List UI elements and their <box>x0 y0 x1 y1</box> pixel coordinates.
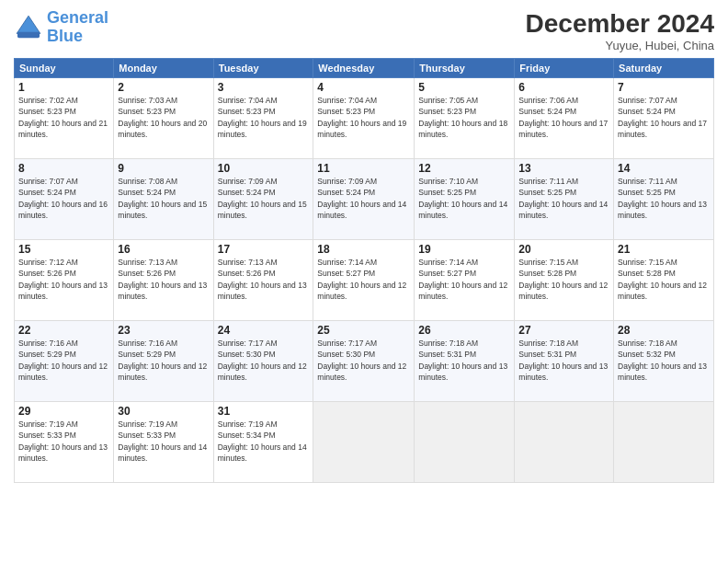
day-info: Sunrise: 7:19 AMSunset: 5:34 PMDaylight:… <box>218 419 310 464</box>
calendar-cell: 22Sunrise: 7:16 AMSunset: 5:29 PMDayligh… <box>15 321 114 402</box>
day-number: 2 <box>118 81 209 94</box>
logo-line2: Blue <box>47 27 83 45</box>
calendar-cell: 9Sunrise: 7:08 AMSunset: 5:24 PMDaylight… <box>114 159 213 240</box>
calendar-header-friday: Friday <box>515 59 614 78</box>
day-info: Sunrise: 7:16 AMSunset: 5:29 PMDaylight:… <box>18 338 109 383</box>
day-number: 6 <box>518 81 609 94</box>
day-info: Sunrise: 7:19 AMSunset: 5:33 PMDaylight:… <box>118 419 209 464</box>
day-number: 30 <box>118 405 209 418</box>
day-number: 5 <box>418 81 510 94</box>
location-subtitle: Yuyue, Hubei, China <box>526 39 714 52</box>
calendar-cell: 13Sunrise: 7:11 AMSunset: 5:25 PMDayligh… <box>515 159 614 240</box>
calendar-cell: 3Sunrise: 7:04 AMSunset: 5:23 PMDaylight… <box>213 78 313 159</box>
calendar-cell: 2Sunrise: 7:03 AMSunset: 5:23 PMDaylight… <box>114 78 213 159</box>
calendar-header-monday: Monday <box>114 59 213 78</box>
calendar-cell: 23Sunrise: 7:16 AMSunset: 5:29 PMDayligh… <box>114 321 213 402</box>
day-number: 1 <box>18 81 109 94</box>
calendar-cell: 8Sunrise: 7:07 AMSunset: 5:24 PMDaylight… <box>15 159 114 240</box>
calendar-cell: 19Sunrise: 7:14 AMSunset: 5:27 PMDayligh… <box>415 240 515 321</box>
calendar-cell: 30Sunrise: 7:19 AMSunset: 5:33 PMDayligh… <box>114 402 213 483</box>
day-number: 19 <box>418 243 510 256</box>
day-info: Sunrise: 7:19 AMSunset: 5:33 PMDaylight:… <box>18 419 109 464</box>
day-info: Sunrise: 7:05 AMSunset: 5:23 PMDaylight:… <box>418 95 510 140</box>
calendar-header-row: SundayMondayTuesdayWednesdayThursdayFrid… <box>15 59 714 78</box>
day-number: 25 <box>317 324 410 337</box>
calendar-cell: 15Sunrise: 7:12 AMSunset: 5:26 PMDayligh… <box>15 240 114 321</box>
day-number: 7 <box>618 81 710 94</box>
day-number: 23 <box>118 324 209 337</box>
day-info: Sunrise: 7:11 AMSunset: 5:25 PMDaylight:… <box>518 176 609 221</box>
day-info: Sunrise: 7:15 AMSunset: 5:28 PMDaylight:… <box>618 257 710 302</box>
calendar-header-saturday: Saturday <box>614 59 714 78</box>
day-info: Sunrise: 7:18 AMSunset: 5:31 PMDaylight:… <box>418 338 510 383</box>
calendar-cell: 21Sunrise: 7:15 AMSunset: 5:28 PMDayligh… <box>614 240 714 321</box>
day-info: Sunrise: 7:04 AMSunset: 5:23 PMDaylight:… <box>218 95 310 140</box>
calendar-cell: 10Sunrise: 7:09 AMSunset: 5:24 PMDayligh… <box>213 159 313 240</box>
title-block: December 2024 Yuyue, Hubei, China <box>526 9 714 52</box>
day-number: 28 <box>618 324 710 337</box>
day-number: 12 <box>418 162 510 175</box>
day-number: 10 <box>218 162 310 175</box>
calendar-cell <box>313 402 415 483</box>
day-info: Sunrise: 7:12 AMSunset: 5:26 PMDaylight:… <box>18 257 109 302</box>
day-number: 29 <box>18 405 109 418</box>
calendar-week-3: 22Sunrise: 7:16 AMSunset: 5:29 PMDayligh… <box>15 321 714 402</box>
day-info: Sunrise: 7:08 AMSunset: 5:24 PMDaylight:… <box>118 176 209 221</box>
calendar-cell: 26Sunrise: 7:18 AMSunset: 5:31 PMDayligh… <box>415 321 515 402</box>
day-number: 3 <box>218 81 310 94</box>
day-number: 26 <box>418 324 510 337</box>
calendar-cell: 16Sunrise: 7:13 AMSunset: 5:26 PMDayligh… <box>114 240 213 321</box>
day-info: Sunrise: 7:14 AMSunset: 5:27 PMDaylight:… <box>418 257 510 302</box>
day-info: Sunrise: 7:15 AMSunset: 5:28 PMDaylight:… <box>518 257 609 302</box>
day-info: Sunrise: 7:17 AMSunset: 5:30 PMDaylight:… <box>218 338 310 383</box>
calendar-cell: 11Sunrise: 7:09 AMSunset: 5:24 PMDayligh… <box>313 159 415 240</box>
day-info: Sunrise: 7:10 AMSunset: 5:25 PMDaylight:… <box>418 176 510 221</box>
calendar-week-4: 29Sunrise: 7:19 AMSunset: 5:33 PMDayligh… <box>15 402 714 483</box>
calendar-cell <box>415 402 515 483</box>
day-info: Sunrise: 7:16 AMSunset: 5:29 PMDaylight:… <box>118 338 209 383</box>
calendar-cell: 20Sunrise: 7:15 AMSunset: 5:28 PMDayligh… <box>515 240 614 321</box>
day-info: Sunrise: 7:07 AMSunset: 5:24 PMDaylight:… <box>18 176 109 221</box>
calendar-cell: 25Sunrise: 7:17 AMSunset: 5:30 PMDayligh… <box>313 321 415 402</box>
day-info: Sunrise: 7:18 AMSunset: 5:32 PMDaylight:… <box>618 338 710 383</box>
calendar-cell: 14Sunrise: 7:11 AMSunset: 5:25 PMDayligh… <box>614 159 714 240</box>
day-info: Sunrise: 7:11 AMSunset: 5:25 PMDaylight:… <box>618 176 710 221</box>
day-info: Sunrise: 7:17 AMSunset: 5:30 PMDaylight:… <box>317 338 410 383</box>
day-number: 22 <box>18 324 109 337</box>
day-number: 4 <box>317 81 410 94</box>
calendar-cell: 17Sunrise: 7:13 AMSunset: 5:26 PMDayligh… <box>213 240 313 321</box>
day-info: Sunrise: 7:18 AMSunset: 5:31 PMDaylight:… <box>518 338 609 383</box>
day-info: Sunrise: 7:14 AMSunset: 5:27 PMDaylight:… <box>317 257 410 302</box>
calendar-week-2: 15Sunrise: 7:12 AMSunset: 5:26 PMDayligh… <box>15 240 714 321</box>
calendar-cell: 28Sunrise: 7:18 AMSunset: 5:32 PMDayligh… <box>614 321 714 402</box>
day-info: Sunrise: 7:06 AMSunset: 5:24 PMDaylight:… <box>518 95 609 140</box>
month-title: December 2024 <box>526 9 714 39</box>
calendar-cell: 29Sunrise: 7:19 AMSunset: 5:33 PMDayligh… <box>15 402 114 483</box>
calendar-cell: 18Sunrise: 7:14 AMSunset: 5:27 PMDayligh… <box>313 240 415 321</box>
day-number: 8 <box>18 162 109 175</box>
day-number: 21 <box>618 243 710 256</box>
calendar-cell: 5Sunrise: 7:05 AMSunset: 5:23 PMDaylight… <box>415 78 515 159</box>
calendar-cell <box>515 402 614 483</box>
day-number: 11 <box>317 162 410 175</box>
calendar-cell: 1Sunrise: 7:02 AMSunset: 5:23 PMDaylight… <box>15 78 114 159</box>
calendar-header-thursday: Thursday <box>415 59 515 78</box>
header: General Blue December 2024 Yuyue, Hubei,… <box>14 9 714 52</box>
day-info: Sunrise: 7:07 AMSunset: 5:24 PMDaylight:… <box>618 95 710 140</box>
svg-marker-0 <box>17 16 40 33</box>
logo: General Blue <box>14 9 108 46</box>
day-number: 27 <box>518 324 609 337</box>
logo-text: General Blue <box>47 9 108 46</box>
day-info: Sunrise: 7:02 AMSunset: 5:23 PMDaylight:… <box>18 95 109 140</box>
day-number: 16 <box>118 243 209 256</box>
day-number: 17 <box>218 243 310 256</box>
day-number: 18 <box>317 243 410 256</box>
calendar-header-wednesday: Wednesday <box>313 59 415 78</box>
day-number: 24 <box>218 324 310 337</box>
logo-line1: General <box>47 8 108 27</box>
page: General Blue December 2024 Yuyue, Hubei,… <box>0 0 728 563</box>
day-number: 31 <box>218 405 310 418</box>
day-number: 13 <box>518 162 609 175</box>
calendar-cell: 4Sunrise: 7:04 AMSunset: 5:23 PMDaylight… <box>313 78 415 159</box>
logo-icon <box>14 13 43 42</box>
